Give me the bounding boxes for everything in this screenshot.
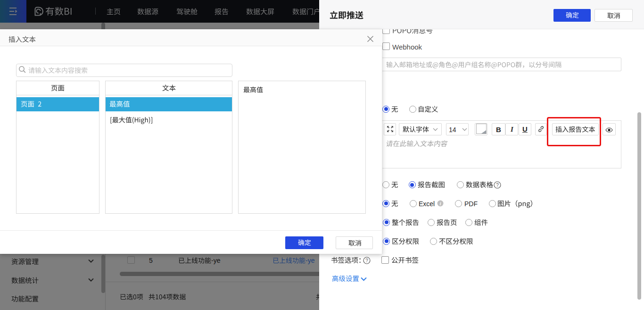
svg-text:?: ? <box>365 258 368 263</box>
svg-text:i: i <box>440 201 441 206</box>
svg-text:?: ? <box>496 183 499 188</box>
